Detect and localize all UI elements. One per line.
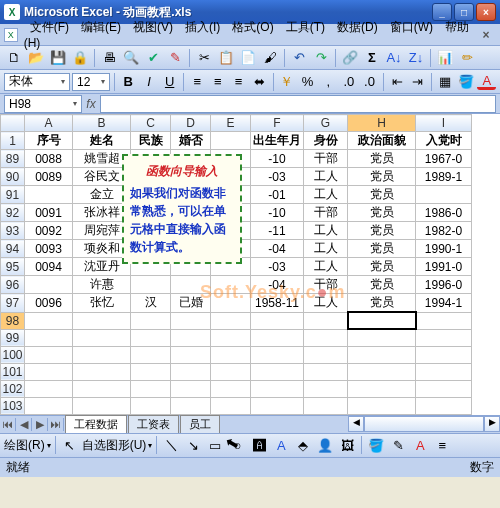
cell[interactable]: 工人 bbox=[304, 294, 348, 313]
cell[interactable]: 身份 bbox=[304, 132, 348, 150]
cell[interactable]: 0094 bbox=[25, 258, 73, 276]
tab-nav-next-icon[interactable]: ▶ bbox=[32, 418, 48, 431]
cell[interactable]: 1991-0 bbox=[416, 258, 472, 276]
column-header[interactable]: E bbox=[211, 115, 251, 132]
cell[interactable] bbox=[171, 276, 211, 294]
drawing-icon[interactable]: ✏ bbox=[457, 48, 477, 68]
cell[interactable] bbox=[73, 312, 131, 329]
row-header[interactable]: 91 bbox=[1, 186, 25, 204]
cell[interactable] bbox=[211, 346, 251, 363]
cell[interactable] bbox=[171, 312, 211, 329]
percent-icon[interactable]: % bbox=[298, 72, 317, 92]
cell[interactable] bbox=[211, 363, 251, 380]
column-header[interactable]: D bbox=[171, 115, 211, 132]
diagram-icon[interactable]: ⬘ bbox=[293, 435, 313, 455]
row-header[interactable]: 93 bbox=[1, 222, 25, 240]
cell[interactable] bbox=[251, 346, 304, 363]
cell[interactable]: 政治面貌 bbox=[348, 132, 416, 150]
column-header[interactable]: I bbox=[416, 115, 472, 132]
cell[interactable] bbox=[211, 276, 251, 294]
font-color-icon[interactable]: A bbox=[477, 73, 496, 90]
cell[interactable] bbox=[416, 397, 472, 414]
print-icon[interactable]: 🖶 bbox=[99, 48, 119, 68]
cell[interactable]: 0096 bbox=[25, 294, 73, 313]
cell[interactable]: 0089 bbox=[25, 168, 73, 186]
row-header[interactable]: 100 bbox=[1, 346, 25, 363]
format-painter-icon[interactable]: 🖌 bbox=[260, 48, 280, 68]
research-icon[interactable]: ✎ bbox=[165, 48, 185, 68]
cell[interactable]: 汉 bbox=[131, 294, 171, 313]
row-header[interactable]: 94 bbox=[1, 240, 25, 258]
autosum-icon[interactable]: Σ bbox=[362, 48, 382, 68]
select-all-corner[interactable] bbox=[1, 115, 25, 132]
cell[interactable] bbox=[171, 346, 211, 363]
cell[interactable] bbox=[171, 380, 211, 397]
cell[interactable] bbox=[348, 346, 416, 363]
cell[interactable] bbox=[73, 380, 131, 397]
comma-icon[interactable]: , bbox=[319, 72, 338, 92]
row-header[interactable]: 1 bbox=[1, 132, 25, 150]
cell[interactable]: 干部 bbox=[304, 276, 348, 294]
increase-decimal-icon[interactable]: .0 bbox=[340, 72, 359, 92]
row-header[interactable]: 92 bbox=[1, 204, 25, 222]
cell[interactable]: -04 bbox=[251, 240, 304, 258]
cell[interactable]: 张忆 bbox=[73, 294, 131, 313]
cell[interactable] bbox=[211, 380, 251, 397]
sheet-tab[interactable]: 工资表 bbox=[128, 415, 179, 433]
cell[interactable]: -01 bbox=[251, 186, 304, 204]
cell[interactable] bbox=[251, 363, 304, 380]
cell[interactable]: 1994-1 bbox=[416, 294, 472, 313]
paste-icon[interactable]: 📄 bbox=[238, 48, 258, 68]
line-icon[interactable]: ＼ bbox=[161, 435, 181, 455]
menu-item[interactable]: 格式(O) bbox=[226, 18, 279, 36]
cell[interactable] bbox=[304, 312, 348, 329]
cell[interactable] bbox=[304, 380, 348, 397]
cell[interactable] bbox=[211, 294, 251, 313]
cell[interactable] bbox=[73, 329, 131, 346]
cell[interactable] bbox=[25, 363, 73, 380]
rectangle-icon[interactable]: ▭ bbox=[205, 435, 225, 455]
column-header[interactable]: C bbox=[131, 115, 171, 132]
row-header[interactable]: 96 bbox=[1, 276, 25, 294]
row-header[interactable]: 97 bbox=[1, 294, 25, 313]
autoshapes-menu[interactable]: 自选图形(U) bbox=[82, 437, 147, 454]
cell[interactable]: 1996-0 bbox=[416, 276, 472, 294]
cell[interactable] bbox=[348, 380, 416, 397]
borders-icon[interactable]: ▦ bbox=[436, 72, 455, 92]
decrease-indent-icon[interactable]: ⇤ bbox=[388, 72, 407, 92]
column-header[interactable]: H bbox=[348, 115, 416, 132]
close-button[interactable]: × bbox=[476, 3, 496, 21]
cell[interactable] bbox=[25, 380, 73, 397]
cell[interactable]: 0091 bbox=[25, 204, 73, 222]
cell[interactable] bbox=[131, 380, 171, 397]
cell[interactable]: 党员 bbox=[348, 186, 416, 204]
cell[interactable] bbox=[131, 276, 171, 294]
draw-menu[interactable]: 绘图(R) bbox=[4, 437, 45, 454]
cell[interactable] bbox=[416, 312, 472, 329]
save-icon[interactable]: 💾 bbox=[48, 48, 68, 68]
cell[interactable] bbox=[25, 276, 73, 294]
merge-icon[interactable]: ⬌ bbox=[250, 72, 269, 92]
cell[interactable]: 出生年月 bbox=[251, 132, 304, 150]
cell[interactable]: 序号 bbox=[25, 132, 73, 150]
cell[interactable]: 工人 bbox=[304, 168, 348, 186]
cell[interactable] bbox=[251, 380, 304, 397]
copy-icon[interactable]: 📋 bbox=[216, 48, 236, 68]
permission-icon[interactable]: 🔒 bbox=[70, 48, 90, 68]
tab-nav-last-icon[interactable]: ⏭ bbox=[48, 418, 64, 431]
cell[interactable]: 0092 bbox=[25, 222, 73, 240]
cell[interactable] bbox=[211, 329, 251, 346]
cell[interactable]: -10 bbox=[251, 150, 304, 168]
cell[interactable]: 0088 bbox=[25, 150, 73, 168]
menu-item[interactable]: 编辑(E) bbox=[75, 18, 127, 36]
line-color-icon[interactable]: ✎ bbox=[388, 435, 408, 455]
preview-icon[interactable]: 🔍 bbox=[121, 48, 141, 68]
cell[interactable] bbox=[348, 363, 416, 380]
chart-icon[interactable]: 📊 bbox=[435, 48, 455, 68]
align-right-icon[interactable]: ≡ bbox=[229, 72, 248, 92]
fill-color2-icon[interactable]: 🪣 bbox=[366, 435, 386, 455]
menu-item[interactable]: 视图(V) bbox=[127, 18, 179, 36]
row-header[interactable]: 101 bbox=[1, 363, 25, 380]
spelling-icon[interactable]: ✔ bbox=[143, 48, 163, 68]
cell[interactable]: 婚否 bbox=[171, 132, 211, 150]
